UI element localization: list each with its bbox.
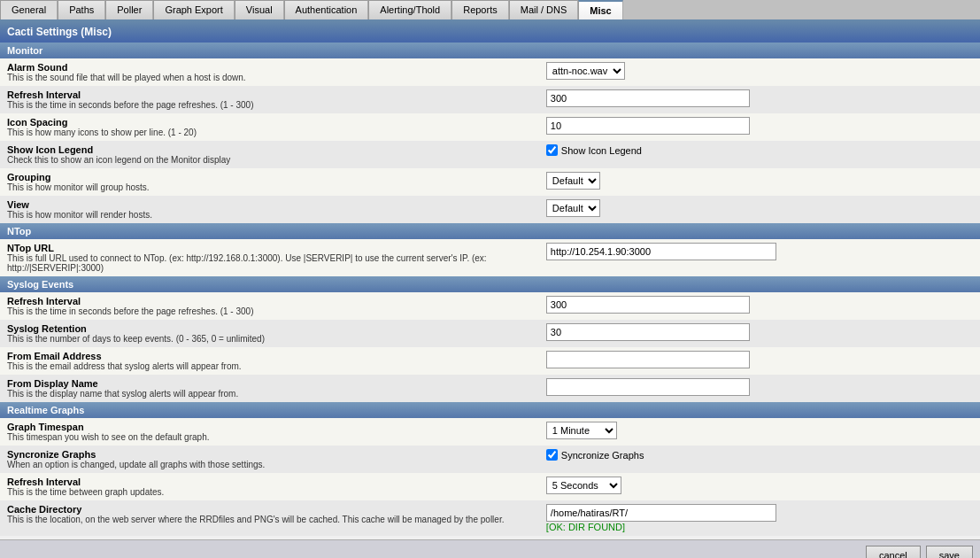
refresh-interval-monitor-label: Refresh Interval	[7, 89, 532, 100]
ntop-url-label: NTop URL	[7, 243, 532, 253]
refresh-interval-realtime-desc: This is the time between graph updates.	[7, 487, 532, 497]
show-icon-legend-checkbox[interactable]	[546, 144, 558, 156]
page-title: Cacti Settings (Misc)	[0, 21, 980, 43]
tab-visual[interactable]: Visual	[235, 0, 284, 19]
cache-directory-status: [OK: DIR FOUND]	[546, 522, 973, 532]
show-icon-legend-desc: Check this to show an icon legend on the…	[7, 155, 532, 165]
tab-reports[interactable]: Reports	[451, 0, 509, 19]
alarm-sound-label: Alarm Sound	[7, 62, 532, 73]
show-icon-legend-checkbox-label: Show Icon Legend	[561, 145, 642, 156]
tab-alerting[interactable]: Alerting/Thold	[368, 0, 451, 19]
syncronize-graphs-desc: When an option is changed, update all gr…	[7, 460, 532, 469]
cache-directory-label: Cache Directory	[7, 504, 532, 515]
refresh-interval-monitor-input[interactable]	[546, 89, 750, 107]
syncronize-graphs-checkbox[interactable]	[546, 449, 558, 461]
show-icon-legend-label: Show Icon Legend	[7, 144, 532, 155]
ntop-url-desc: This is full URL used to connect to NTop…	[7, 253, 532, 273]
syslog-retention-input[interactable]	[546, 323, 750, 341]
icon-spacing-input[interactable]	[546, 117, 750, 135]
refresh-interval-realtime-label: Refresh Interval	[7, 477, 532, 487]
syslog-retention-label: Syslog Retention	[7, 323, 532, 334]
grouping-select[interactable]: Default	[546, 172, 600, 190]
bottom-bar: cancel save	[0, 539, 980, 558]
cancel-button[interactable]: cancel	[866, 546, 921, 558]
view-label: View	[7, 199, 532, 210]
section-ntop: NTop	[0, 223, 980, 239]
refresh-interval-monitor-desc: This is the time in seconds before the p…	[7, 100, 532, 110]
section-syslog: Syslog Events	[0, 276, 980, 292]
cache-directory-desc: This is the location, on the web server …	[7, 515, 532, 524]
tab-paths[interactable]: Paths	[58, 0, 105, 19]
icon-spacing-label: Icon Spacing	[7, 117, 532, 128]
grouping-label: Grouping	[7, 172, 532, 182]
syncronize-graphs-control: Syncronize Graphs	[546, 449, 973, 461]
alarm-sound-select[interactable]: attn-noc.wav	[546, 62, 625, 80]
syncronize-graphs-label: Syncronize Graphs	[7, 449, 532, 460]
tab-general[interactable]: General	[0, 0, 58, 19]
alarm-sound-desc: This is the sound file that will be play…	[7, 73, 532, 82]
from-email-desc: This is the email address that syslog al…	[7, 361, 532, 371]
graph-timespan-label: Graph Timespan	[7, 422, 532, 432]
from-display-label: From Display Name	[7, 378, 532, 389]
from-email-input[interactable]	[546, 351, 750, 368]
save-button[interactable]: save	[926, 546, 973, 558]
from-email-label: From Email Address	[7, 351, 532, 361]
tab-poller[interactable]: Poller	[105, 0, 153, 19]
from-display-input[interactable]	[546, 378, 750, 396]
show-icon-legend-control: Show Icon Legend	[546, 144, 973, 156]
syslog-retention-desc: This is the number of days to keep event…	[7, 334, 532, 344]
ntop-url-input[interactable]	[546, 243, 776, 260]
section-monitor: Monitor	[0, 43, 980, 58]
tab-misc[interactable]: Misc	[578, 0, 622, 19]
grouping-desc: This is how monitor will group hosts.	[7, 182, 532, 192]
tab-bar: General Paths Poller Graph Export Visual…	[0, 0, 980, 21]
tab-graph-export[interactable]: Graph Export	[153, 0, 234, 19]
section-realtime: Realtime Graphs	[0, 402, 980, 418]
refresh-interval-syslog-label: Refresh Interval	[7, 296, 532, 306]
graph-timespan-select[interactable]: 1 Minute 5 Minutes 15 Minutes 30 Minutes…	[546, 422, 617, 439]
tab-mail-dns[interactable]: Mail / DNS	[509, 0, 579, 19]
refresh-interval-syslog-desc: This is the time in seconds before the p…	[7, 306, 532, 316]
graph-timespan-desc: This timespan you wish to see on the def…	[7, 432, 532, 442]
view-desc: This is how monitor will render hosts.	[7, 210, 532, 220]
icon-spacing-desc: This is how many icons to show per line.…	[7, 128, 532, 137]
tab-authentication[interactable]: Authentication	[284, 0, 369, 19]
cache-directory-input[interactable]	[546, 504, 776, 522]
view-select[interactable]: Default	[546, 199, 600, 217]
refresh-interval-realtime-select[interactable]: 5 Seconds 10 Seconds 15 Seconds 30 Secon…	[546, 477, 621, 494]
refresh-interval-syslog-input[interactable]	[546, 296, 750, 314]
from-display-desc: This is the display name that syslog ale…	[7, 389, 532, 399]
syncronize-graphs-checkbox-label: Syncronize Graphs	[561, 450, 644, 461]
